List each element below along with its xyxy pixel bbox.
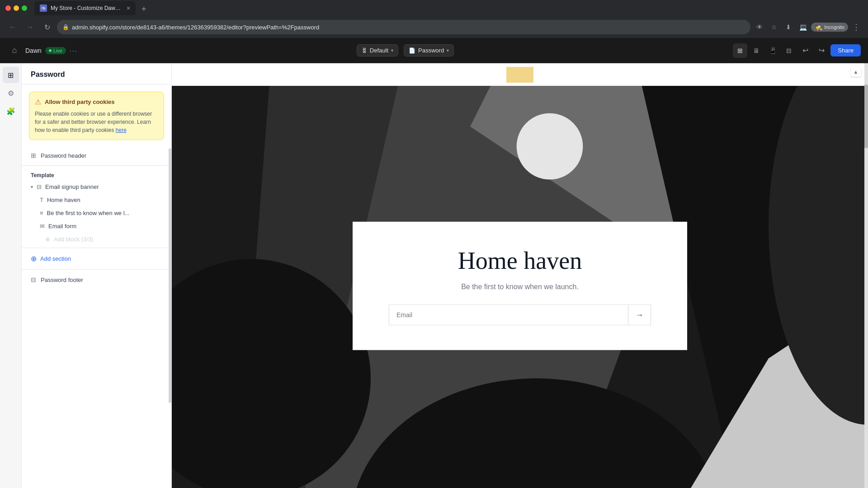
incognito-badge: 🕵 Incognito — [811, 23, 848, 32]
logo-placeholder — [506, 67, 533, 83]
preview-area: Home haven Be the first to know when we … — [172, 63, 868, 488]
password-page-subtitle: Be the first to know when we launch. — [389, 283, 651, 291]
tree-item-email-form[interactable]: ✉ Email form — [22, 220, 171, 233]
chevron-down-icon: ▾ — [31, 184, 33, 189]
device-icon[interactable]: 💻 — [797, 21, 809, 33]
tree-item-be-first[interactable]: ≡ Be the first to know when we l... — [22, 206, 171, 220]
sidebar-item-password-footer[interactable]: ⊟ Password footer — [22, 272, 171, 288]
tab-favicon: 🛍 — [40, 5, 47, 12]
panel-header: Password — [22, 63, 171, 84]
email-signup-banner-label: Email signup banner — [45, 183, 162, 190]
text-icon: T — [40, 197, 43, 203]
panel-title: Password — [31, 70, 65, 78]
sidebar-scrollbar-thumb — [169, 148, 171, 403]
more-button[interactable]: ··· — [70, 47, 78, 54]
tree-item-email-signup-banner[interactable]: ▾ ⊟ Email signup banner — [22, 180, 171, 193]
sidebar-icon-rail: ⊞ ⚙ 🧩 — [0, 63, 22, 488]
sections-icon[interactable]: ⊞ — [3, 67, 19, 83]
refresh-button[interactable]: ↻ — [40, 20, 54, 34]
add-section-button[interactable]: ⊕ Add section — [22, 250, 171, 267]
tab-close[interactable]: × — [127, 5, 130, 12]
template-section-label: Template — [22, 168, 171, 180]
email-form-widget: → — [389, 305, 651, 325]
extensions-area: 👁 ☆ ⬇ 💻 🕵 Incognito ⋮ — [753, 21, 863, 33]
preview-content: Home haven Be the first to know when we … — [172, 63, 868, 488]
password-header-label: Password header — [41, 152, 86, 159]
cookie-warning-title: Allow third party cookies — [45, 99, 115, 105]
home-haven-label: Home haven — [47, 197, 162, 203]
back-button[interactable]: ← — [5, 20, 20, 34]
customize-icon-button[interactable]: ⊞ — [733, 43, 747, 58]
desktop-view-button[interactable]: 🖥 — [749, 43, 764, 58]
share-button[interactable]: Share — [830, 44, 861, 56]
active-tab[interactable]: 🛍 My Store - Customize Dawn · S... × — [34, 1, 136, 15]
cookie-warning-banner: ⚠ Allow third party cookies Please enabl… — [29, 92, 164, 140]
home-icon[interactable]: ⌂ — [7, 43, 22, 58]
warning-icon: ⚠ — [35, 98, 41, 106]
preview-scrollbar[interactable] — [864, 63, 868, 488]
layout-icon: ⊞ — [31, 152, 36, 159]
more-options-button[interactable]: ⋮ — [850, 21, 863, 33]
preview-scrollbar-thumb — [864, 84, 868, 148]
sidebar-item-password-header[interactable]: ⊞ Password header — [22, 147, 171, 164]
apps-icon[interactable]: 🧩 — [3, 103, 19, 119]
sidebar-divider — [22, 165, 171, 166]
block-icon: ⊟ — [37, 183, 42, 190]
address-text: admin.shopify.com/store/de8143-a6/themes… — [72, 24, 745, 31]
email-icon: ✉ — [40, 223, 45, 230]
add-block-button[interactable]: ⊕ Add block (3/3) — [22, 233, 171, 246]
settings-icon[interactable]: ⚙ — [3, 85, 19, 101]
add-circle-icon: ⊕ — [31, 254, 37, 263]
lock-icon: 🔒 — [62, 24, 69, 30]
tab-title: My Store - Customize Dawn · S... — [51, 5, 123, 11]
scroll-to-top-button[interactable]: ▲ — [851, 67, 861, 77]
sidebar-panel: Password ⚠ Allow third party cookies Ple… — [22, 63, 172, 488]
redo-button[interactable]: ↪ — [814, 43, 829, 58]
shopify-topbar: ⌂ Dawn Live ··· 🎛 Default ▾ 📄 Password ▾… — [0, 38, 868, 63]
email-submit-button[interactable]: → — [628, 305, 651, 325]
add-icon-disabled: ⊕ — [45, 236, 50, 243]
address-bar[interactable]: 🔒 admin.shopify.com/store/de8143-a6/them… — [57, 20, 750, 34]
svg-point-7 — [517, 113, 583, 180]
eye-slash-icon: 👁 — [753, 21, 766, 33]
live-badge: Live — [45, 47, 66, 54]
forward-button[interactable]: → — [23, 20, 37, 34]
preview-top-strip — [172, 63, 868, 86]
add-section-label: Add section — [40, 255, 71, 262]
store-name: Dawn — [25, 47, 42, 54]
tree-item-home-haven[interactable]: T Home haven — [22, 193, 171, 206]
password-page-title: Home haven — [389, 247, 651, 275]
add-block-label: Add block (3/3) — [54, 236, 93, 243]
grid-view-button[interactable]: ⊟ — [782, 43, 796, 58]
viewport-selector[interactable]: 🎛 Default ▾ — [357, 44, 398, 56]
undo-button[interactable]: ↩ — [798, 43, 812, 58]
password-footer-label: Password footer — [41, 277, 83, 283]
email-form-label: Email form — [48, 223, 162, 230]
page-selector[interactable]: 📄 Password ▾ — [404, 44, 454, 56]
cookie-warning-body: Please enable cookies or use a different… — [35, 110, 158, 134]
bookmark-icon[interactable]: ☆ — [768, 21, 780, 33]
sidebar-scrollbar[interactable] — [169, 63, 171, 488]
sidebar-divider-3 — [22, 269, 171, 270]
be-first-label: Be the first to know when we l... — [47, 210, 162, 216]
password-page-card: Home haven Be the first to know when we … — [353, 222, 687, 350]
cookie-link[interactable]: here — [116, 127, 127, 133]
download-icon[interactable]: ⬇ — [782, 21, 795, 33]
mobile-view-button[interactable]: 📱 — [765, 43, 780, 58]
email-input[interactable] — [389, 305, 628, 325]
footer-layout-icon: ⊟ — [31, 276, 36, 283]
sidebar-divider-2 — [22, 248, 171, 248]
new-tab-button[interactable]: + — [137, 3, 150, 15]
browser-nav-bar: ← → ↻ 🔒 admin.shopify.com/store/de8143-a… — [0, 16, 868, 38]
text-lines-icon: ≡ — [40, 210, 43, 216]
